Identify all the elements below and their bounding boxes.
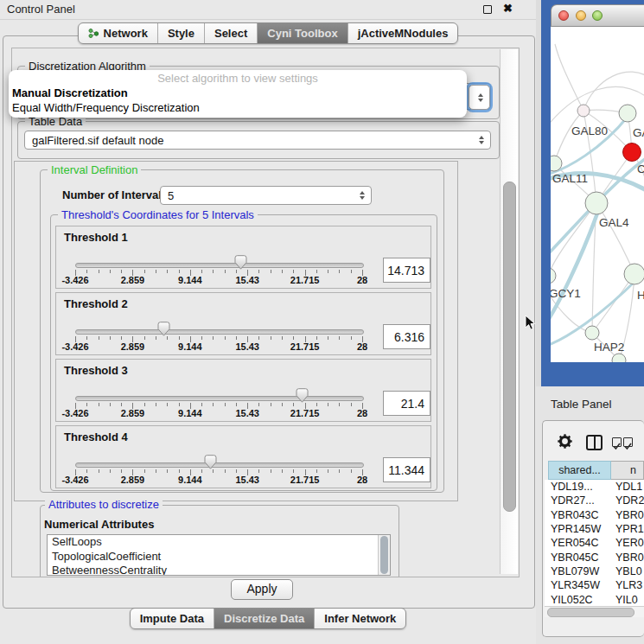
table-row[interactable]: YDR27...YDR2 [545,494,644,507]
network-node[interactable] [623,143,641,162]
column-header-shared-name[interactable]: shared... [548,461,611,480]
cell-name: YLR3 [615,579,642,591]
network-node[interactable] [619,105,636,122]
slider-tick [328,469,328,473]
threshold-value-field[interactable]: 14.713 [383,258,430,283]
slider-tick-label: 21.715 [281,408,329,418]
threshold-value-field[interactable]: 21.4 [383,391,430,416]
network-node-gal11[interactable] [551,156,562,171]
network-window-titlebar[interactable] [551,4,644,27]
threshold-value-field[interactable]: 11.344 [383,457,430,482]
network-node-label: GCY1 [551,287,581,300]
network-node-label: GA [633,126,644,139]
network-node-gal80[interactable] [577,105,590,117]
close-traffic-light[interactable] [558,10,569,21]
minimize-traffic-light[interactable] [576,10,586,21]
attributes-group: Numerical Attributes SelfLoopsTopologica… [40,505,399,577]
attribute-item[interactable]: SelfLoops [48,535,390,550]
table-row[interactable]: YBL079WYBL0 [545,564,644,578]
tab-jactivemnodules[interactable]: jActiveMNodules [348,23,458,43]
slider-tick [225,403,226,406]
slider-tick-label: 28 [338,408,386,418]
cell-shared-name: YPR145W [545,523,615,535]
network-node-gal4[interactable] [585,192,608,214]
slider-track[interactable] [75,462,364,468]
table-row[interactable]: YBR045CYBR0 [545,550,644,564]
tab-select[interactable]: Select [204,23,257,43]
apply-button[interactable]: Apply [231,579,293,600]
tab-infer-network[interactable]: Infer Network [314,609,405,628]
zoom-traffic-light[interactable] [592,10,603,21]
table-row[interactable]: YLR345WYLR3 [545,578,644,592]
tab-style[interactable]: Style [157,23,204,43]
slider-tick [339,403,340,406]
number-of-intervals-value: 5 [168,189,174,202]
cell-name: YBR0 [615,552,644,564]
attributes-scrollbar-thumb[interactable] [380,536,388,574]
tab-network[interactable]: Network [79,23,157,43]
table-row[interactable]: YBR043CYBR0 [545,508,644,522]
table-hscrollbar-thumb[interactable] [547,608,634,617]
number-of-intervals-combo[interactable]: 5 [160,186,372,205]
slider-track[interactable] [75,396,364,401]
table-hscrollbar[interactable] [545,606,644,617]
table-row[interactable]: YER054CYER0 [545,536,644,550]
slider-track[interactable] [75,263,364,268]
slider-tick [213,336,214,340]
checkbox-icon[interactable] [612,437,622,447]
slider-tick [86,270,87,273]
dropdown-option-equal-width-frequency-discretization[interactable]: Equal Width/Frequency Discretization [12,101,200,114]
attribute-item[interactable]: BetweennessCentrality [48,564,390,576]
tab-discretize-data[interactable]: Discretize Data [214,609,314,628]
checkbox-icon[interactable] [623,437,633,447]
slider-tick [86,469,87,473]
attributes-group-title: Attributes to discretize [45,498,163,511]
network-view[interactable]: GAL80GACGAL11GAL4GCY1HHAP2 [551,27,644,362]
tab-label: Discretize Data [224,612,304,625]
bottom-tab-wrap: Impute DataDiscretize DataInfer Network [0,608,536,629]
algorithm-dropdown: Select algorithm to view settings Manual… [9,70,467,118]
attributes-scrollbar[interactable] [378,535,390,575]
slider-tick [99,469,99,473]
slider-thumb[interactable] [204,455,217,469]
slider-tick [293,270,294,273]
slider-tick [225,469,226,473]
slider-tick [351,403,352,406]
table-row[interactable]: YIL052CYIL0 [545,592,644,606]
table-row[interactable]: YDL19...YDL1 [545,480,644,494]
table-panel-title: Table Panel [551,398,612,411]
main-scrollbar[interactable] [500,49,518,574]
algorithm-combo-arrow-button[interactable] [469,85,490,110]
table-row[interactable]: YPR145WYPR1 [545,522,644,536]
numerical-attributes-list[interactable]: SelfLoopsTopologicalCoefficientBetweenne… [47,534,391,576]
network-node-hap2[interactable] [585,326,599,340]
tab-label: Select [214,27,247,40]
column-header-name[interactable]: n [611,461,644,480]
network-node-label: C [637,163,644,175]
slider-track[interactable] [75,329,364,335]
tab-cyni-toolbox[interactable]: Cyni Toolbox [257,23,347,43]
slider-thumb[interactable] [296,388,309,403]
slider-tick [236,336,237,340]
split-columns-icon[interactable] [586,435,603,450]
threshold-value-field[interactable]: 6.316 [383,324,430,349]
table-data-combo[interactable]: galFiltered.sif default node [24,131,491,150]
threshold-panel: Threshold 4-3.4262.8599.14415.4321.71528… [55,425,431,488]
dropdown-option-manual-discretization[interactable]: Manual Discretization [12,86,128,99]
close-panel-icon[interactable]: ✖ [503,2,513,15]
gear-icon[interactable] [558,434,572,449]
network-node-gcy1[interactable] [551,268,556,284]
slider-thumb[interactable] [157,322,170,336]
combo-arrows-icon [478,93,483,102]
network-node-h[interactable] [624,264,644,284]
interval-definition-title: Interval Definition [48,163,141,176]
slider-tick [167,336,168,340]
network-nodes-group [551,105,644,362]
float-window-icon[interactable] [483,5,492,14]
slider-tick-label: 28 [338,275,386,285]
slider-thumb[interactable] [234,255,247,270]
main-scrollbar-thumb[interactable] [503,182,516,512]
attribute-item[interactable]: TopologicalCoefficient [48,550,390,564]
tab-label: Impute Data [140,612,204,625]
tab-impute-data[interactable]: Impute Data [131,609,214,628]
